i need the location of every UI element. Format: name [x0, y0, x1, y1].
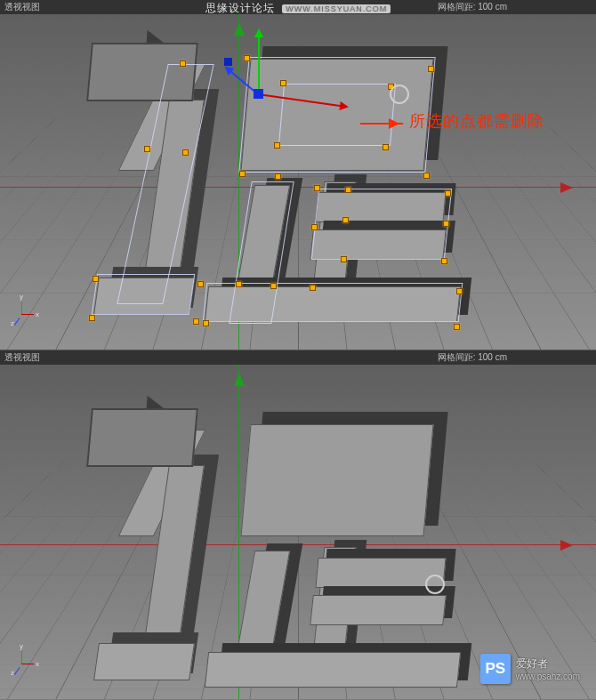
- selected-point[interactable]: [93, 276, 99, 282]
- selected-point[interactable]: [193, 318, 199, 325]
- selected-point[interactable]: [275, 173, 281, 180]
- ps-logo-icon: PS: [480, 654, 511, 684]
- ps-watermark-text: 爱好者 www.psahz.com: [516, 656, 580, 681]
- selected-point[interactable]: [383, 144, 389, 150]
- selected-point[interactable]: [182, 149, 189, 156]
- spline-outline[interactable]: [311, 189, 452, 260]
- move-gizmo[interactable]: [258, 93, 260, 95]
- selected-point[interactable]: [310, 285, 316, 291]
- mini-axis-indicator: y x z: [14, 656, 41, 683]
- selected-point[interactable]: [456, 288, 463, 294]
- gizmo-y-axis[interactable]: [258, 31, 260, 93]
- selected-point[interactable]: [244, 55, 250, 61]
- selected-point[interactable]: [342, 217, 349, 223]
- grid-info-label: 网格间距: 100 cm: [438, 0, 596, 14]
- viewport-panel-top[interactable]: 透视视图 网格间距: 100 cm: [0, 0, 596, 350]
- spline-outline[interactable]: [203, 283, 463, 322]
- selected-point[interactable]: [441, 258, 447, 264]
- selected-point[interactable]: [239, 171, 246, 177]
- viewport-titlebar: 透视视图 网格间距: 100 cm: [0, 350, 596, 365]
- selected-point[interactable]: [311, 224, 318, 230]
- selected-point[interactable]: [423, 173, 430, 179]
- selected-point[interactable]: [445, 190, 451, 197]
- ps-watermark: PS 爱好者 www.psahz.com: [480, 654, 580, 684]
- selected-point[interactable]: [428, 66, 434, 72]
- annotation-arrow: [360, 123, 403, 125]
- selected-point[interactable]: [236, 281, 242, 287]
- selected-point[interactable]: [89, 315, 95, 321]
- selected-point[interactable]: [144, 146, 150, 152]
- selected-point[interactable]: [345, 187, 351, 193]
- viewport-panel-bottom[interactable]: 透视视图 网格间距: 100 cm y x z: [0, 350, 596, 699]
- selected-point[interactable]: [341, 256, 347, 262]
- selected-point[interactable]: [314, 185, 320, 191]
- gizmo-plane-handle[interactable]: [224, 58, 232, 66]
- spline-outline[interactable]: [278, 84, 396, 146]
- gizmo-origin-handle[interactable]: [254, 89, 263, 99]
- selected-point[interactable]: [280, 80, 286, 86]
- selected-point[interactable]: [197, 281, 204, 287]
- cursor-indicator: [425, 575, 445, 594]
- annotation-text: 所选的点都需删除: [409, 110, 544, 132]
- viewport-titlebar: 透视视图 网格间距: 100 cm: [0, 0, 596, 14]
- selected-point[interactable]: [274, 142, 280, 149]
- viewport-label: 透视视图: [4, 350, 40, 365]
- grid-info-label: 网格间距: 100 cm: [438, 350, 596, 365]
- spline-outline[interactable]: [92, 274, 195, 315]
- selected-point[interactable]: [203, 320, 209, 326]
- mini-axis-indicator: y x z: [14, 307, 41, 334]
- viewport-label: 透视视图: [4, 0, 40, 14]
- selected-point[interactable]: [454, 324, 460, 330]
- cursor-indicator: [390, 84, 409, 104]
- extruded-text-object[interactable]: [89, 408, 454, 684]
- selected-point[interactable]: [270, 283, 277, 289]
- selected-point[interactable]: [180, 60, 186, 67]
- selected-point[interactable]: [443, 221, 449, 227]
